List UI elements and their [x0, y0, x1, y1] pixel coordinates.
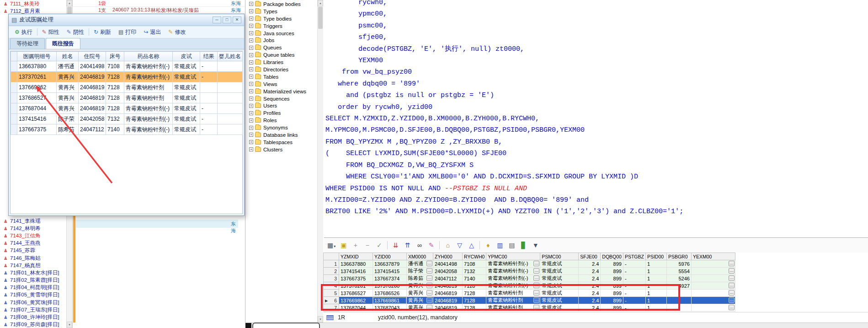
modify-button[interactable]: ✎修改 [165, 27, 189, 38]
tree-item-users[interactable]: +Users [246, 102, 316, 109]
object-browser-scrollbar[interactable]: ▲ ▼ [317, 0, 323, 323]
tree-item-database-links[interactable]: +Database links [246, 131, 316, 139]
column-header[interactable]: 皮试 [173, 52, 200, 61]
tree-item-sequences[interactable]: +Sequences [246, 95, 316, 102]
column-header[interactable]: 药品名称 [124, 52, 173, 61]
expand-icon[interactable]: + [249, 140, 253, 144]
cell-editor-button[interactable]: … [729, 261, 735, 266]
grid-row[interactable]: 3137667375137667374陈希茹…240471127140青霉素钠粉… [324, 275, 735, 282]
tab-history[interactable]: 既往报告 [46, 38, 80, 49]
grid-row[interactable]: ▶6137669862137669861黄再兴…240468197128青霉素钠… [324, 297, 735, 304]
expand-icon[interactable]: + [249, 133, 253, 137]
tree-item-type-bodies[interactable]: +Type bodies [246, 15, 316, 22]
expand-icon[interactable]: + [249, 82, 253, 86]
scroll-down-icon[interactable]: ▼ [67, 322, 72, 328]
column-header[interactable]: 姓名 [57, 52, 79, 61]
expand-icon[interactable]: + [249, 16, 253, 21]
chart-dropdown-icon[interactable]: ▼ [532, 242, 539, 249]
cell-editor-button[interactable]: … [533, 305, 539, 310]
sort-desc-icon[interactable]: ⇊ [392, 242, 399, 249]
positive-button[interactable]: ✎阳性 [38, 27, 63, 38]
tree-item-package-bodies[interactable]: +Package bodies [246, 0, 316, 8]
find-icon[interactable]: ∞ [415, 242, 423, 249]
expand-icon[interactable]: + [249, 46, 253, 50]
grid-column-header[interactable]: PSTGBZ [623, 253, 645, 260]
patient-list-item[interactable]: ♟71择02_陈素霞[择日] [0, 277, 66, 284]
scroll-thumb[interactable] [318, 7, 323, 29]
cell-editor-button[interactable]: … [426, 283, 432, 288]
grid-mode-icon[interactable]: ▦▾ [327, 242, 335, 249]
sql-editor[interactable]: rycwh0, ypmc00, psmc00, sfje00, decode(P… [324, 0, 868, 237]
grid-column-header[interactable]: PSID00 [645, 253, 666, 260]
tree-item-synonyms[interactable]: +Synonyms [246, 124, 316, 131]
cell-editor-button[interactable]: … [426, 275, 432, 281]
sort-asc-icon[interactable]: ⇈ [404, 242, 411, 249]
patient-list-item[interactable]: ♟7147_杨真想 [0, 262, 66, 269]
cell-editor-button[interactable]: … [426, 297, 432, 303]
order-detail-row[interactable]: 136637880潘书通240414987108青霉素钠粉针剂(-)常规皮试- [11, 61, 243, 72]
patient-list-item[interactable]: ♟7146_陈梅姑 [0, 254, 66, 262]
patient-list-item[interactable]: ♟71择04_柯昆明[择日] [0, 284, 66, 291]
delete-row-icon[interactable]: − [363, 242, 371, 249]
cell-editor-button[interactable]: … [533, 297, 539, 303]
expand-icon[interactable]: + [249, 104, 253, 108]
order-detail-row[interactable]: 137667375陈希茹240471127140青霉素钠粉针剂(-)常规皮试- [11, 124, 243, 135]
tree-item-types[interactable]: +Types [246, 8, 316, 15]
patient-list-item[interactable]: ♟7141_李殊瑶 [0, 217, 66, 225]
order-detail-row[interactable]: 137415416陈子荣240420587132青霉素钠粉针剂(-)常规皮试- [11, 114, 243, 124]
exit-button[interactable]: ↪退出 [140, 27, 165, 38]
tree-item-views[interactable]: +Views [246, 81, 316, 88]
expand-icon[interactable]: + [249, 89, 253, 93]
taskbar-start-icon[interactable] [245, 323, 251, 328]
expand-icon[interactable]: + [249, 118, 253, 123]
grid-column-header[interactable]: SFJE00 [579, 253, 601, 260]
expand-icon[interactable]: + [249, 2, 253, 6]
expand-icon[interactable]: + [249, 24, 253, 28]
grid-column-header[interactable]: YEXM00 [691, 253, 735, 260]
expand-icon[interactable]: + [249, 60, 253, 65]
cell-editor-button[interactable]: … [729, 283, 735, 288]
tree-item-materialized-views[interactable]: +Materialized views [246, 88, 316, 95]
lock-icon[interactable]: ▣ [340, 242, 347, 249]
cell-editor-button[interactable]: … [729, 305, 735, 310]
grid-column-header[interactable]: YZMXID [339, 253, 373, 260]
ward-row[interactable]: 东海 [75, 220, 238, 228]
expand-icon[interactable]: + [249, 111, 253, 115]
tree-item-roles[interactable]: +Roles [246, 117, 316, 124]
cell-editor-button[interactable]: … [729, 275, 735, 281]
dialog-titlebar[interactable]: ▤ 皮试医嘱处理 ─ □ ✕ [9, 14, 244, 26]
scroll-up-icon[interactable]: ▲ [67, 0, 72, 6]
scroll-down-icon[interactable]: ▼ [318, 316, 323, 323]
column-header[interactable]: 住院号 [79, 52, 106, 61]
patient-list-item[interactable]: ♟71择01_林友水[择日] [0, 269, 66, 276]
grid-column-header[interactable]: YZID00 [373, 253, 407, 260]
expand-icon[interactable]: + [249, 97, 253, 101]
grid-column-header[interactable]: XM0000 [407, 253, 433, 260]
grid-row[interactable]: 7137687044137687043黄再兴…240468197128青霉素钠粉… [324, 304, 735, 312]
tree-item-directories[interactable]: +Directories [246, 66, 316, 73]
tree-item-profiles[interactable]: +Profiles [246, 109, 316, 117]
expand-icon[interactable]: + [249, 53, 253, 57]
highlight-icon[interactable]: ✎ [427, 242, 435, 249]
chart-icon[interactable]: ▊ [520, 242, 527, 249]
expand-icon[interactable]: + [249, 9, 253, 13]
tree-item-clusters[interactable]: +Clusters [246, 146, 316, 153]
order-row[interactable]: 1支240607 10:31:13林松发/林松发/吴臻茹东海 [73, 7, 245, 14]
tree-item-tables[interactable]: +Tables [246, 73, 316, 81]
cell-editor-button[interactable]: … [533, 261, 539, 266]
expand-icon[interactable]: + [249, 67, 253, 71]
cell-editor-button[interactable]: … [533, 275, 539, 281]
maximize-button[interactable]: □ [223, 16, 231, 23]
prev-page-icon[interactable]: ▽ [456, 242, 463, 249]
next-page-icon[interactable]: △ [468, 242, 475, 249]
tree-item-libraries[interactable]: +Libraries [246, 59, 316, 66]
grid-column-header[interactable]: PSBGR0 [666, 253, 691, 260]
minimize-button[interactable]: ─ [213, 16, 221, 23]
cell-editor-button[interactable]: … [426, 290, 432, 296]
patient-list-item[interactable]: ♟71择09_苏尚森[择日] [0, 321, 66, 328]
results-grid[interactable]: YZMXIDYZID00XM0000ZYH000RYCWH0YPMC00PSMC… [323, 253, 735, 312]
save-icon[interactable]: ▥ [496, 242, 504, 249]
order-detail-row[interactable]: 137686527黄再兴240468197128青霉素钠粉针剂常规皮试 [11, 93, 243, 103]
cell-editor-button[interactable]: … [729, 290, 735, 296]
patient-list-item[interactable]: ♟71择05_黄雪华[择日] [0, 291, 66, 299]
